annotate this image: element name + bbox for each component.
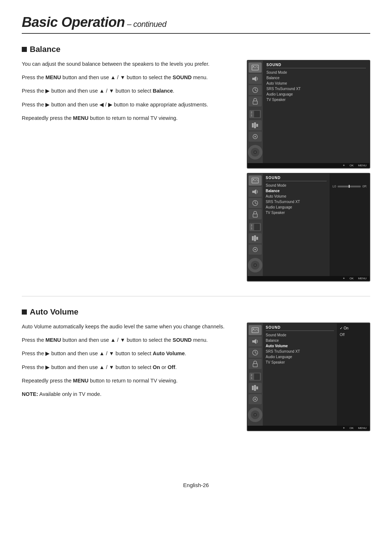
svg-rect-35	[256, 237, 258, 240]
av-para-6: NOTE: Available only in TV mode.	[22, 390, 236, 398]
sound-panel-title-av: SOUND	[266, 325, 334, 331]
av-para-4: Press the ▶ button and then use ▲ / ▼ bu…	[22, 363, 236, 372]
svg-line-48	[255, 353, 257, 353]
svg-rect-28	[253, 214, 257, 217]
svg-point-62	[254, 414, 256, 416]
menu-icon-sound	[249, 74, 262, 84]
av-para-5: Repeatedly press the MENU button to retu…	[22, 377, 236, 385]
av-para-1: Auto Volume automatically keeps the audi…	[22, 323, 236, 331]
balance-right-label: 0R	[362, 185, 367, 188]
svg-text:2: 2	[251, 224, 252, 227]
balance-slider-panel: L0 0R	[330, 174, 369, 276]
menu-icon-lock	[249, 96, 262, 106]
menu-icon-extra-av	[249, 394, 262, 404]
svg-rect-44	[252, 340, 254, 343]
menu-icon-picture	[249, 62, 262, 73]
balance-para-1: You can adjust the sound balance between…	[22, 60, 236, 68]
av-para-2: Press the MENU button and then use ▲ / ▼…	[22, 336, 236, 344]
svg-point-22	[253, 179, 254, 180]
av-on-option: ✓ On	[340, 325, 367, 331]
av-menu-item-5: Audio Language	[266, 354, 334, 360]
balance-title-text: Balance	[30, 45, 60, 54]
svg-point-58	[254, 398, 256, 400]
nav-star-2: ✦	[343, 277, 345, 280]
svg-marker-24	[254, 189, 256, 194]
sound-item-2-5: Audio Language	[266, 204, 327, 210]
menu-icons-col-2: 2 1	[248, 174, 263, 276]
sound-panel-title-1: SOUND	[266, 63, 366, 68]
menu-icon-extra	[249, 131, 262, 142]
section-square-icon	[22, 47, 27, 52]
balance-screen-2: 2 1	[247, 173, 370, 281]
balance-text-column: You can adjust the sound balance between…	[22, 60, 236, 281]
sound-item-2-balance: Balance	[266, 188, 327, 194]
svg-text:2: 2	[251, 111, 252, 114]
menu-icon-sound-2	[249, 187, 262, 197]
svg-text:1: 1	[251, 377, 252, 379]
sound-item-1-4: SRS TruSurround XT	[266, 86, 366, 92]
menu-icon-clock-av	[249, 348, 262, 358]
title-main: Basic Operation	[22, 15, 125, 30]
page-footer: English-26	[0, 482, 392, 503]
nav-menu-1: MENU	[358, 164, 367, 167]
menu-icon-clock	[249, 85, 262, 95]
sound-item-1-3: Auto Volume	[266, 81, 366, 86]
av-title-text: Auto Volume	[30, 307, 78, 317]
av-menu-item-4: SRS TruSurround XT	[266, 349, 334, 354]
menu-icons-col-1: 2 1	[248, 61, 263, 163]
menu-icon-lock-2	[249, 209, 262, 219]
nav-bar-av: ✦ OK MENU	[248, 426, 369, 430]
svg-rect-12	[252, 123, 254, 127]
svg-point-1	[253, 66, 254, 67]
balance-section-title: Balance	[22, 45, 370, 54]
nav-bar-2: ✦ OK MENU	[248, 276, 369, 281]
svg-line-6	[255, 90, 257, 91]
av-menu-item-6: TV Speaker	[266, 360, 334, 365]
nav-ok-av: OK	[350, 426, 354, 430]
menu-icon-settings	[249, 120, 262, 130]
sound-item-2-1: Sound Mode	[266, 183, 327, 188]
menu-icon-picture-2	[249, 175, 262, 186]
page-title: Basic Operation– continued	[22, 15, 370, 34]
menu-icon-picture-av	[249, 325, 262, 335]
av-options-panel: ✓ On Off	[337, 323, 369, 426]
balance-screens: 2 1	[247, 60, 370, 281]
menu-icon-sound-av	[249, 336, 262, 347]
svg-marker-45	[254, 339, 256, 344]
sound-item-2-6: TV Speaker	[266, 210, 327, 215]
auto-volume-section-body: Auto Volume automatically keeps the audi…	[22, 323, 370, 431]
av-para-3: Press the ▶ button and then use ▲ / ▼ bu…	[22, 349, 236, 358]
balance-section-body: You can adjust the sound balance between…	[22, 60, 370, 281]
svg-text:1: 1	[251, 227, 252, 230]
svg-rect-54	[252, 386, 254, 390]
menu-icon-settings-2	[249, 233, 262, 243]
av-screens: 2 1	[247, 323, 370, 431]
sound-item-2-4: SRS TruSurround XT	[266, 199, 327, 204]
balance-para-2: Press the MENU button and then use ▲ / ▼…	[22, 73, 236, 82]
svg-rect-13	[254, 122, 256, 128]
svg-rect-7	[253, 101, 257, 104]
nav-menu-2: MENU	[358, 277, 367, 280]
sound-panel-title-2: SOUND	[266, 176, 327, 181]
av-menu-item-2: Balance	[266, 338, 334, 343]
sound-item-1-5: Audio Language	[266, 92, 366, 97]
svg-point-41	[254, 264, 256, 266]
balance-screen-1: 2 1	[247, 60, 370, 169]
balance-left-label: L0	[332, 185, 336, 188]
av-off-option: Off	[340, 332, 367, 337]
svg-rect-49	[253, 364, 257, 367]
nav-menu-av: MENU	[358, 426, 367, 430]
sound-item-1-2: Balance	[266, 75, 366, 81]
balance-section: Balance You can adjust the sound balance…	[22, 45, 370, 281]
svg-rect-14	[256, 124, 258, 127]
av-menu-item-highlighted: Auto Volume	[266, 343, 334, 349]
balance-para-4: Press the ▶ button and then use ◀ / ▶ bu…	[22, 101, 236, 109]
footer-text: English-26	[183, 482, 209, 488]
menu-icon-extra-2	[249, 244, 262, 255]
svg-marker-3	[254, 76, 256, 81]
balance-para-5: Repeatedly press the MENU button to retu…	[22, 114, 236, 122]
svg-rect-11	[254, 111, 260, 117]
nav-bar-1: ✦ OK MENU	[248, 163, 369, 168]
av-screen-1: 2 1	[247, 323, 370, 431]
svg-rect-33	[252, 236, 254, 240]
